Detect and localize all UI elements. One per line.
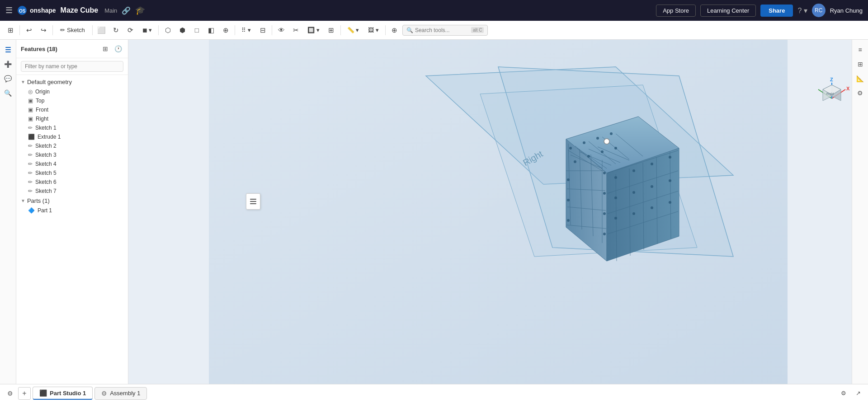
tree-item-top[interactable]: ▣ Top — [16, 96, 128, 105]
tree-item-right[interactable]: ▣ Right — [16, 114, 128, 123]
doc-title: Maze Cube — [61, 6, 99, 14]
svg-point-59 — [614, 217, 617, 220]
hide-button[interactable]: 👁 — [274, 23, 288, 37]
tree-item-sketch2[interactable]: ✏ Sketch 2 — [16, 141, 128, 150]
logo-text: onshape — [30, 7, 56, 14]
svg-point-46 — [567, 219, 570, 222]
features-panel-button[interactable] — [2, 43, 14, 56]
tree-item-extrude1[interactable]: ⬛ Extrude 1 — [16, 132, 128, 141]
sidebar-config-button[interactable]: ⊞ — [100, 43, 111, 54]
assembly-label: Assembly 1 — [110, 390, 140, 397]
top-nav: ☰ OS onshape Maze Cube Main 🔗 🎓 App Stor… — [0, 0, 868, 21]
learning-center-button[interactable]: Learning Center — [700, 5, 756, 17]
svg-point-47 — [603, 172, 606, 174]
inspector-button[interactable]: 🔍 — [2, 87, 14, 99]
hamburger-icon[interactable]: ☰ — [5, 5, 13, 15]
tree-item-sketch5[interactable]: ✏ Sketch 5 — [16, 168, 128, 178]
assembly-icon: ⚙ — [101, 390, 107, 397]
sidebar-history-button[interactable]: 🕐 — [113, 43, 123, 54]
tree-item-sketch4[interactable]: ✏ Sketch 4 — [16, 159, 128, 168]
3d-button[interactable]: ⟳ — [124, 23, 137, 37]
svg-point-48 — [603, 192, 606, 195]
doc-tab[interactable]: Main — [104, 7, 117, 14]
link-icon[interactable]: 🔗 — [122, 6, 131, 15]
floating-panel[interactable] — [246, 193, 260, 210]
extrude-button[interactable]: ◼ ▾ — [138, 23, 156, 37]
sketch-icon: ✏ — [60, 27, 65, 33]
appstore-button[interactable]: App Store — [656, 5, 696, 17]
default-geometry-section[interactable]: ▼ Default geometry — [16, 77, 128, 87]
search-tools-container: 🔍 alt C — [402, 25, 488, 36]
sketch-icon-5: ✏ — [28, 170, 33, 176]
tree-item-sketch1[interactable]: ✏ Sketch 1 — [16, 123, 128, 132]
control-handle[interactable] — [604, 139, 609, 144]
parts-section[interactable]: ▼ Parts (1) — [16, 196, 128, 206]
svg-rect-2 — [5, 47, 11, 48]
tree-item-sketch7[interactable]: ✏ Sketch 7 — [16, 187, 128, 196]
svg-point-53 — [651, 163, 653, 165]
grad-icon[interactable]: 🎓 — [135, 5, 145, 15]
boolean-button[interactable]: ⊕ — [219, 23, 232, 37]
help-button[interactable]: ? ▾ — [797, 6, 807, 15]
undo-button[interactable]: ↩ — [22, 23, 36, 37]
render-button[interactable]: 🖼 ▾ — [364, 23, 383, 37]
grid-toggle-button[interactable]: ⊞ — [4, 23, 17, 37]
svg-rect-73 — [250, 201, 256, 202]
chamfer-button[interactable]: ⬢ — [175, 23, 189, 37]
part-studio-tab[interactable]: ⬛ Part Studio 1 — [33, 387, 93, 400]
draft-button[interactable]: ◧ — [204, 23, 218, 37]
svg-text:Right: Right — [826, 92, 834, 96]
shell-button[interactable]: □ — [190, 23, 203, 37]
tree-item-front[interactable]: ▣ Front — [16, 105, 128, 114]
svg-point-38 — [596, 137, 599, 140]
comment-button[interactable]: 💬 — [2, 72, 14, 85]
orientation-cube[interactable]: X Z Right — [809, 76, 854, 121]
assembly-tab[interactable]: ⚙ Assembly 1 — [94, 387, 147, 400]
svg-point-44 — [567, 178, 570, 181]
sketch-button[interactable]: ✏ Sketch — [55, 24, 90, 36]
toolbar-sep-7 — [340, 25, 341, 35]
logo[interactable]: OS onshape — [17, 5, 56, 15]
measure-button[interactable]: 📏 ▾ — [343, 23, 363, 37]
add-mate-button[interactable]: ➕ — [2, 58, 14, 70]
tree-item-part1[interactable]: 🔷 Part 1 — [16, 206, 128, 215]
right-panel-4[interactable]: ⚙ — [854, 87, 867, 99]
section-button[interactable]: ✂ — [289, 23, 302, 37]
toolbar-sep-5 — [235, 25, 235, 35]
tree-item-sketch3[interactable]: ✏ Sketch 3 — [16, 150, 128, 159]
tree-item-top-label: Top — [36, 98, 44, 104]
tree-item-origin[interactable]: ◎ Origin — [16, 87, 128, 96]
plane-button[interactable]: ⬜ — [95, 23, 108, 37]
search-input[interactable] — [415, 27, 469, 33]
share-button[interactable]: Share — [760, 5, 793, 17]
left-icon-bar: ➕ 💬 🔍 — [0, 40, 16, 384]
layout-button[interactable]: ⊞ — [325, 23, 338, 37]
user-name[interactable]: Ryan Chung — [830, 7, 863, 14]
add-tab-button[interactable]: + — [18, 387, 31, 400]
fillet-button[interactable]: ⬡ — [161, 23, 175, 37]
bottom-settings-button[interactable]: ⚙ — [837, 387, 850, 400]
extrude-icon-1: ⬛ — [28, 134, 35, 140]
tree-item-sketch6-label: Sketch 6 — [35, 179, 57, 185]
viewport[interactable]: Right — [128, 40, 868, 384]
revolve-button[interactable]: ↻ — [109, 23, 123, 37]
features-title: Features (18) — [21, 46, 97, 52]
right-panel-3[interactable]: 📐 — [854, 72, 867, 85]
tree-item-sketch6[interactable]: ✏ Sketch 6 — [16, 178, 128, 187]
split-button[interactable]: ⊟ — [256, 23, 269, 37]
avatar[interactable]: RC — [812, 4, 826, 17]
tree-item-front-label: Front — [36, 107, 48, 113]
pattern-button[interactable]: ⠿ ▾ — [237, 23, 255, 37]
right-panel-1[interactable]: ≡ — [854, 43, 867, 56]
logo-icon: OS — [17, 5, 27, 15]
bottom-share-button[interactable]: ↗ — [852, 387, 864, 400]
canvas-area: Right — [128, 40, 868, 384]
zoom-in-button[interactable]: ⊕ — [388, 23, 401, 37]
right-panel-2[interactable]: ⊞ — [854, 58, 867, 70]
redo-button[interactable]: ↪ — [37, 23, 50, 37]
global-settings-button[interactable]: ⚙ — [4, 387, 16, 400]
bottom-right-actions: ⚙ ↗ — [837, 387, 864, 400]
filter-input[interactable] — [21, 61, 123, 72]
toolbar-sep-1 — [19, 25, 20, 35]
view-button[interactable]: 🔲 ▾ — [303, 23, 324, 37]
